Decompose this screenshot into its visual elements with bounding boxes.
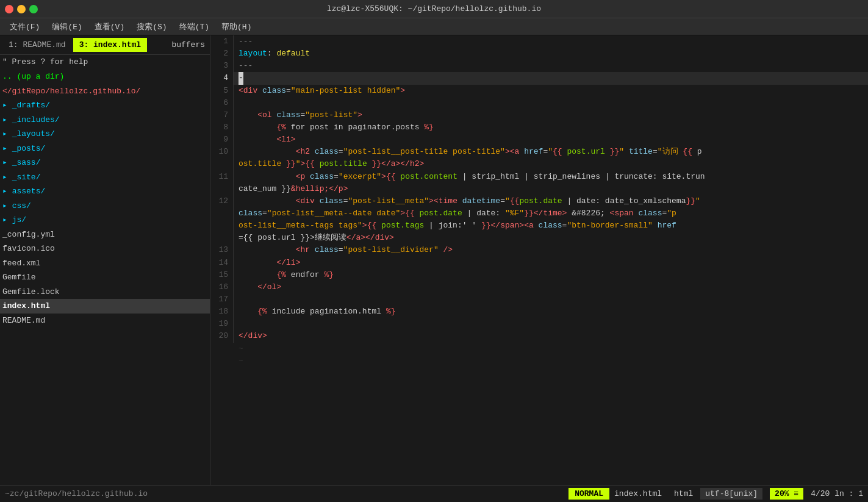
- buffer-tab-1[interactable]: 1: README.md: [2, 38, 72, 52]
- tree-file-gemfilelock[interactable]: Gemfile.lock: [0, 285, 210, 299]
- line-num-18: 18: [210, 306, 234, 318]
- code-line-2: 2 layout: default: [210, 48, 868, 60]
- menu-view[interactable]: 查看(V): [90, 20, 129, 34]
- tree-dir-layouts[interactable]: ▸ _layouts/: [0, 127, 210, 142]
- line-num-12c: [210, 220, 234, 232]
- tree-file-readme[interactable]: README.md: [0, 314, 210, 328]
- line-num-9: 9: [210, 134, 234, 146]
- sidebar-status: " Press ? for help: [0, 55, 210, 68]
- line-num-10: 10: [210, 146, 234, 158]
- line-num-7: 7: [210, 109, 234, 121]
- code-lines: 1 --- 2 layout: default 3 --- 4 -: [210, 35, 868, 485]
- menu-search[interactable]: 搜索(S): [132, 20, 171, 34]
- tree-root-dir[interactable]: </gitRepo/hellolzc.github.io/: [0, 84, 210, 99]
- line-content-20: </div>: [234, 330, 868, 342]
- line-num-19: 19: [210, 318, 234, 330]
- line-content-11: <p class="excerpt">{{ post.content | str…: [234, 171, 868, 183]
- window-title: lzc@lzc-X556UQK: ~/gitRepo/hellolzc.gith…: [327, 4, 541, 13]
- main-area: 1: README.md 3: index.html buffers " Pre…: [0, 35, 868, 485]
- line-content-11b: cate_num }}&hellip;</p>: [234, 183, 868, 195]
- code-line-18: 18 {% include pagination.html %}: [210, 306, 868, 318]
- code-line-5: 5 <div class="main-post-list hidden">: [210, 85, 868, 97]
- status-linecol: 4/20 ln : 1: [811, 489, 863, 498]
- minimize-button[interactable]: [17, 5, 26, 13]
- tree-file-feed[interactable]: feed.xml: [0, 256, 210, 271]
- close-button[interactable]: [5, 5, 13, 13]
- line-content-14: </li>: [234, 257, 868, 269]
- tree-file-config[interactable]: _config.yml: [0, 228, 210, 242]
- sidebar: 1: README.md 3: index.html buffers " Pre…: [0, 35, 210, 485]
- line-num-11: 11: [210, 171, 234, 183]
- tree-dir-posts[interactable]: ▸ _posts/: [0, 142, 210, 156]
- code-line-11b: cate_num }}&hellip;</p>: [210, 183, 868, 195]
- tree-file-index[interactable]: index.html: [0, 299, 210, 314]
- line-num-17: 17: [210, 293, 234, 306]
- line-num-12: 12: [210, 195, 234, 207]
- menu-file[interactable]: 文件(F): [5, 20, 45, 34]
- line-content-16: </ol>: [234, 281, 868, 293]
- line-content-9: <li>: [234, 134, 868, 146]
- code-line-6: 6: [210, 97, 868, 109]
- line-content-15: {% endfor %}: [234, 269, 868, 281]
- line-num-4: 4: [210, 72, 234, 84]
- line-num-12b: [210, 207, 234, 220]
- maximize-button[interactable]: [29, 5, 38, 13]
- line-num-11b: [210, 183, 234, 195]
- menu-edit[interactable]: 编辑(E): [47, 20, 87, 34]
- code-line-3: 3 ---: [210, 60, 868, 72]
- code-line-4: 4 -: [210, 72, 868, 84]
- status-percent: 20% ≡: [770, 488, 803, 500]
- code-line-11: 11 <p class="excerpt">{{ post.content | …: [210, 171, 868, 183]
- line-content-13: <hr class="post-list__divider" />: [234, 244, 868, 256]
- line-num-16: 16: [210, 281, 234, 293]
- tree-file-gemfile[interactable]: Gemfile: [0, 270, 210, 285]
- tree-dir-site[interactable]: ▸ _site/: [0, 170, 210, 185]
- tree-file-favicon[interactable]: favicon.ico: [0, 242, 210, 256]
- tree-dir-drafts[interactable]: ▸ _drafts/: [0, 98, 210, 113]
- code-line-12b: class="post-list__meta--date date">{{ po…: [210, 207, 868, 220]
- line-content-10: <h2 class="post-list__post-title post-ti…: [234, 146, 868, 158]
- line-content-5: <div class="main-post-list hidden">: [234, 85, 868, 97]
- tree-dir-includes[interactable]: ▸ _includes/: [0, 113, 210, 127]
- status-mode: NORMAL: [569, 488, 609, 500]
- tree-dir-js[interactable]: ▸ js/: [0, 213, 210, 228]
- line-num-2: 2: [210, 48, 234, 60]
- buffer-tab-2[interactable]: 3: index.html: [73, 38, 147, 52]
- line-content-4: -: [234, 72, 868, 84]
- file-tree[interactable]: .. (up a dir) </gitRepo/hellolzc.github.…: [0, 68, 210, 485]
- editor-area: 1 --- 2 layout: default 3 --- 4 -: [210, 35, 868, 485]
- status-encoding: utf-8[unix]: [700, 488, 762, 500]
- tilde-area: ~: [210, 343, 868, 355]
- tree-dir-assets[interactable]: ▸ assets/: [0, 184, 210, 199]
- code-line-7: 7 <ol class="post-list">: [210, 109, 868, 121]
- tree-up-dir[interactable]: .. (up a dir): [0, 70, 210, 84]
- line-num-12d: [210, 232, 234, 244]
- line-content-1: ---: [234, 35, 868, 48]
- menu-help[interactable]: 帮助(H): [217, 20, 256, 34]
- code-line-19: 19: [210, 318, 868, 330]
- line-num-5: 5: [210, 85, 234, 97]
- code-line-10b: ost.title }}">{{ post.title }}</a></h2>: [210, 158, 868, 170]
- line-content-7: <ol class="post-list">: [234, 109, 868, 121]
- menu-terminal[interactable]: 终端(T): [174, 20, 214, 34]
- window-controls: [5, 5, 38, 13]
- status-right: html utf-8[unix] 20% ≡ 4/20 ln : 1: [674, 488, 863, 500]
- line-content-6: [234, 97, 868, 109]
- line-content-12b: class="post-list__meta--date date">{{ po…: [234, 207, 868, 220]
- tree-dir-sass[interactable]: ▸ _sass/: [0, 156, 210, 170]
- code-line-12: 12 <div class="post-list__meta"><time da…: [210, 195, 868, 207]
- tilde-area-2: ~: [210, 355, 868, 367]
- code-line-9: 9 <li>: [210, 134, 868, 146]
- status-path: ~zc/gitRepo/hellolzc.github.io: [5, 489, 569, 498]
- code-line-15: 15 {% endfor %}: [210, 269, 868, 281]
- code-view[interactable]: 1 --- 2 layout: default 3 --- 4 -: [210, 35, 868, 485]
- line-content-18: {% include pagination.html %}: [234, 306, 868, 318]
- status-filename: index.html: [614, 489, 662, 498]
- buffers-label: buffers: [171, 40, 205, 49]
- code-line-1: 1 ---: [210, 35, 868, 48]
- status-filetype: html: [674, 489, 693, 498]
- title-bar: lzc@lzc-X556UQK: ~/gitRepo/hellolzc.gith…: [0, 0, 868, 18]
- line-num-3: 3: [210, 60, 234, 72]
- line-num-20: 20: [210, 330, 234, 342]
- tree-dir-css[interactable]: ▸ css/: [0, 199, 210, 213]
